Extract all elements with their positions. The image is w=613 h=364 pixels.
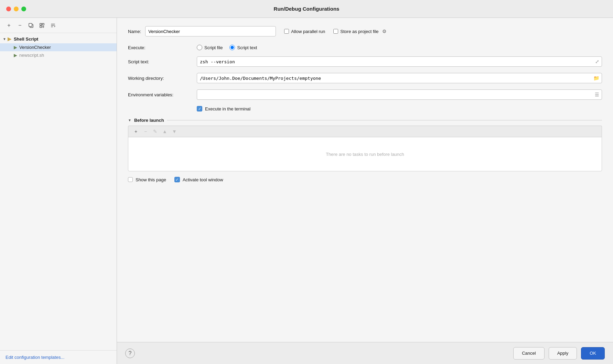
working-dir-field-wrapper: 📁 [197,73,602,83]
terminal-checkbox-row: Execute in the terminal [128,106,602,111]
sort-icon [50,23,56,28]
tree-expand-chevron: ▼ [3,37,6,41]
store-project-label: Store as project file [340,29,378,34]
name-input[interactable] [145,26,276,36]
window-controls [6,7,26,11]
execute-label: Execute: [128,45,197,50]
titlebar: Run/Debug Configurations [0,0,613,18]
script-icon: ▶ [14,45,17,50]
svg-rect-1 [29,23,32,26]
tree-item-label-2: newscript.sh [19,53,44,58]
execute-terminal-label: Execute in the terminal [205,106,250,111]
script-icon-2: ▶ [14,53,17,58]
activate-window-checkbox[interactable] [174,177,180,182]
bottom-checkboxes: Show this page Activate tool window [128,177,602,182]
move-to-group-icon [39,23,45,28]
script-text-input[interactable] [197,56,602,67]
name-field-group: Name: [128,26,276,36]
script-text-row: Script text: ⤢ [128,56,602,67]
move-config-button[interactable] [37,21,47,30]
script-text-field-label: Script text: [128,59,197,64]
launch-remove-button[interactable]: − [141,128,150,135]
tree-group-label: Shell Script [14,36,39,42]
script-text-radio[interactable] [229,45,235,50]
activate-window-group: Activate tool window [174,177,223,182]
apply-button[interactable]: Apply [549,347,577,360]
working-dir-label: Working directory: [128,76,197,81]
sidebar-toolbar: + − [0,18,117,33]
edit-templates-link[interactable]: Edit configuration templates... [6,355,64,360]
execute-terminal-checkbox[interactable] [197,106,202,111]
before-launch-section: ▼ Before launch + − ✎ ▲ ▼ There are no t… [128,118,602,171]
launch-add-button[interactable]: + [132,128,140,135]
tree-item-versionchecker[interactable]: ▶ VersionChecker [0,43,117,51]
before-launch-chevron[interactable]: ▼ [128,118,131,122]
window-title: Run/Debug Configurations [274,6,340,12]
show-page-group: Show this page [128,177,166,182]
launch-up-button[interactable]: ▲ [161,128,169,135]
before-launch-title: Before launch [134,118,164,123]
env-vars-input[interactable] [197,89,602,100]
config-content: Name: Allow parallel run Store as projec… [117,18,613,364]
maximize-button[interactable] [21,7,26,11]
env-vars-field-wrapper: ☰ [197,89,602,100]
name-label: Name: [128,29,141,34]
execute-row: Execute: Script file Script text [128,45,602,50]
store-project-group: Store as project file ⚙ [333,29,386,34]
allow-parallel-group: Allow parallel run [284,29,325,34]
close-button[interactable] [6,7,11,11]
env-vars-edit-button[interactable]: ☰ [594,91,600,98]
cancel-button[interactable]: Cancel [513,347,544,360]
gear-icon[interactable]: ⚙ [382,29,387,34]
header-row: Name: Allow parallel run Store as projec… [128,26,602,36]
script-text-field-wrapper: ⤢ [197,56,602,67]
launch-tasks-area: There are no tasks to run before launch [128,137,602,171]
script-text-label: Script text [237,45,257,50]
env-vars-label: Environment variables: [128,92,197,97]
no-tasks-text: There are no tasks to run before launch [326,152,404,157]
sidebar-footer: Edit configuration templates... [0,350,117,364]
svg-rect-3 [42,23,44,25]
footer-buttons: Cancel Apply OK [513,347,605,360]
tree-item-label: VersionChecker [19,45,51,50]
sidebar-tree: ▼ ▶ Shell Script ▶ VersionChecker ▶ news… [0,33,117,350]
sidebar: + − [0,18,117,364]
launch-toolbar: + − ✎ ▲ ▼ [128,126,602,137]
launch-edit-button[interactable]: ✎ [151,128,159,135]
copy-config-button[interactable] [26,21,36,30]
allow-parallel-checkbox[interactable] [284,29,289,34]
script-file-option[interactable]: Script file [197,45,223,50]
working-dir-input[interactable] [197,73,602,83]
browse-dir-button[interactable]: 📁 [593,75,600,82]
show-page-checkbox[interactable] [128,177,133,182]
minimize-button[interactable] [14,7,19,11]
tree-group-shell-script[interactable]: ▼ ▶ Shell Script [0,34,117,43]
store-project-checkbox[interactable] [333,29,338,34]
tree-item-newscript[interactable]: ▶ newscript.sh [0,51,117,59]
ok-button[interactable]: OK [581,347,605,360]
terminal-checkbox-group: Execute in the terminal [197,106,250,111]
env-vars-row: Environment variables: ☰ [128,89,602,100]
execute-radio-group: Script file Script text [197,45,257,50]
sort-config-button[interactable] [48,21,58,30]
add-config-button[interactable]: + [4,21,14,30]
config-panel: Name: Allow parallel run Store as projec… [117,18,613,342]
remove-config-button[interactable]: − [15,21,25,30]
before-launch-divider [167,120,602,120]
expand-script-button[interactable]: ⤢ [594,58,600,65]
main-layout: + − [0,18,613,364]
show-page-label: Show this page [136,177,166,182]
dialog-footer: ? Cancel Apply OK [117,342,613,364]
activate-window-label: Activate tool window [183,177,223,182]
svg-rect-4 [40,26,42,28]
allow-parallel-label: Allow parallel run [291,29,325,34]
script-text-option[interactable]: Script text [229,45,257,50]
folder-icon: ▶ [8,36,12,42]
help-button[interactable]: ? [125,349,135,358]
script-file-radio[interactable] [197,45,202,50]
working-dir-row: Working directory: 📁 [128,73,602,83]
script-file-label: Script file [204,45,223,50]
launch-down-button[interactable]: ▼ [170,128,179,135]
before-launch-header: ▼ Before launch [128,118,602,123]
svg-rect-2 [40,23,42,25]
